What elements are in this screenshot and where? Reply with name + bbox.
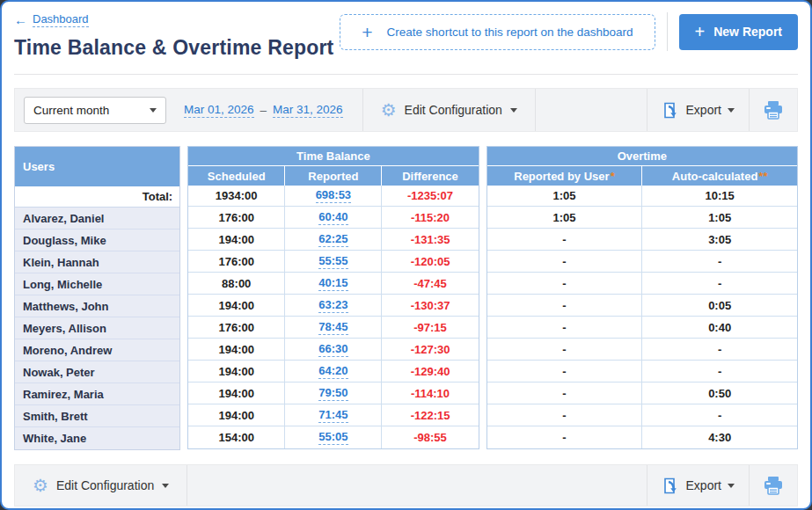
difference-cell: -98:55 — [381, 426, 478, 448]
reported-by-user-cell: - — [487, 273, 642, 294]
reported-link[interactable]: 62:25 — [318, 232, 347, 247]
time-balance-group-header: Time Balance — [188, 147, 478, 166]
export-button[interactable]: Export — [647, 89, 749, 131]
reported-cell: 55:05 — [284, 426, 381, 448]
reported-link[interactable]: 64:20 — [318, 364, 347, 379]
overtime-row: - - — [487, 404, 797, 426]
overtime-row: - 0:50 — [487, 382, 797, 404]
scheduled-cell: 194:00 — [188, 295, 284, 316]
reported-cell: 55:55 — [284, 251, 381, 272]
printer-icon — [763, 476, 784, 495]
export-icon — [662, 101, 680, 120]
auto-calculated-cell: - — [641, 339, 797, 360]
scheduled-cell: 194:00 — [188, 404, 284, 426]
back-to-dashboard-link[interactable]: ← Dashboard — [14, 12, 89, 27]
time-balance-row: 194:00 79:50 -114:10 — [188, 382, 478, 404]
create-shortcut-label: Create shortcut to this report on the da… — [387, 26, 633, 39]
print-button[interactable] — [750, 89, 797, 131]
reported-link[interactable]: 60:40 — [318, 210, 347, 225]
user-name: Douglass, Mike — [23, 234, 106, 247]
reported-link[interactable]: 79:50 — [318, 386, 347, 401]
overtime-total-row: 1:05 10:15 — [487, 186, 797, 207]
time-balance-row: 194:00 71:45 -122:15 — [188, 404, 478, 426]
reported-link[interactable]: 71:45 — [318, 408, 347, 423]
date-to-link[interactable]: Mar 31, 2026 — [273, 103, 343, 118]
toolbar-divider — [535, 89, 536, 131]
time-balance-table: Time Balance Scheduled Reported Differen… — [187, 146, 479, 449]
reported-cell: 79:50 — [284, 382, 381, 404]
scheduled-cell: 88:00 — [188, 273, 284, 294]
users-column-header: Users — [15, 147, 179, 186]
print-button[interactable] — [750, 465, 797, 506]
reported-by-user-cell: - — [487, 317, 642, 338]
user-row: White, Jane — [15, 427, 179, 449]
reported-cell: 64:20 — [284, 361, 381, 382]
overtime-group-header: Overtime — [487, 147, 797, 166]
chevron-down-icon — [150, 108, 157, 113]
reported-link[interactable]: 55:05 — [318, 430, 347, 445]
period-select[interactable]: Current month — [24, 97, 166, 124]
footer-toolbar: ⚙ Edit Configuration Export — [14, 464, 798, 506]
time-balance-row: 176:00 78:45 -97:15 — [188, 317, 478, 339]
reported-link[interactable]: 66:30 — [318, 342, 347, 357]
reported-cell: 71:45 — [284, 404, 381, 426]
reported-by-user-cell: - — [487, 382, 642, 404]
reported-link[interactable]: 40:15 — [318, 276, 347, 291]
chevron-down-icon — [510, 108, 517, 113]
overtime-subheaders: Reported by User* Auto-calculated** — [487, 166, 797, 186]
new-report-button[interactable]: + New Report — [679, 14, 798, 50]
user-name: Alvarez, Daniel — [23, 212, 105, 225]
period-select-value: Current month — [33, 104, 109, 117]
overtime-row: - - — [487, 251, 797, 273]
chevron-down-icon — [728, 484, 735, 488]
reported-link[interactable]: 78:45 — [318, 320, 347, 335]
scheduled-column-header: Scheduled — [188, 166, 284, 186]
user-row: Smith, Brett — [15, 405, 179, 427]
reported-by-user-cell: - — [487, 251, 642, 272]
user-row: Nowak, Peter — [15, 361, 179, 383]
time-balance-row: 194:00 66:30 -127:30 — [188, 339, 478, 361]
scheduled-cell: 176:00 — [188, 317, 284, 338]
time-balance-row: 176:00 60:40 -115:20 — [188, 207, 478, 229]
user-name: Smith, Brett — [23, 410, 88, 423]
auto-calculated-cell: 3:05 — [641, 229, 797, 250]
report-toolbar: Current month Mar 01, 2026 – Mar 31, 202… — [14, 88, 798, 132]
total-difference: -1235:07 — [407, 189, 453, 202]
difference-cell: -131:35 — [381, 229, 478, 250]
time-balance-row: 154:00 55:05 -98:55 — [188, 426, 478, 448]
auto-calculated-cell: - — [641, 361, 797, 382]
auto-calculated-column-header: Auto-calculated** — [641, 166, 797, 186]
reported-by-user-column-header: Reported by User* — [487, 166, 642, 186]
total-auto-calculated: 10:15 — [706, 189, 735, 202]
auto-calculated-cell: - — [641, 273, 797, 294]
date-from-link[interactable]: Mar 01, 2026 — [184, 103, 254, 118]
overtime-row: - 3:05 — [487, 229, 797, 251]
user-row: Moreno, Andrew — [15, 339, 179, 361]
toolbar-divider — [187, 465, 187, 506]
overtime-body: 1:05 1:05 - 3:05 - - - - - 0:05 - 0:40 -… — [487, 207, 797, 448]
edit-configuration-button[interactable]: ⚙ Edit Configuration — [363, 89, 535, 131]
edit-configuration-button[interactable]: ⚙ Edit Configuration — [15, 465, 187, 506]
report-table: Users Total: Alvarez, Daniel Douglass, M… — [14, 146, 798, 450]
export-button[interactable]: Export — [647, 465, 749, 506]
total-reported-by-user: 1:05 — [552, 189, 575, 202]
user-name: Matthews, John — [23, 300, 109, 313]
overtime-row: 1:05 1:05 — [487, 207, 797, 229]
footnote-asterisk: * — [611, 170, 615, 183]
chevron-down-icon — [162, 484, 169, 488]
reported-column-header: Reported — [284, 166, 381, 186]
total-reported-link[interactable]: 698:53 — [316, 188, 351, 203]
difference-cell: -127:30 — [381, 339, 478, 360]
export-label: Export — [686, 103, 721, 117]
create-shortcut-button[interactable]: + Create shortcut to this report on the … — [340, 14, 655, 50]
reported-link[interactable]: 63:23 — [318, 298, 347, 313]
header-actions: + Create shortcut to this report on the … — [340, 12, 798, 51]
reported-by-user-cell: - — [487, 404, 642, 426]
scheduled-cell: 194:00 — [188, 339, 284, 360]
reported-link[interactable]: 55:55 — [318, 254, 347, 269]
reported-by-user-cell: 1:05 — [487, 207, 642, 228]
difference-cell: -122:15 — [381, 404, 478, 426]
reported-by-user-cell: - — [487, 229, 642, 250]
auto-calculated-cell: - — [641, 251, 797, 272]
reported-by-user-cell: - — [487, 339, 642, 360]
